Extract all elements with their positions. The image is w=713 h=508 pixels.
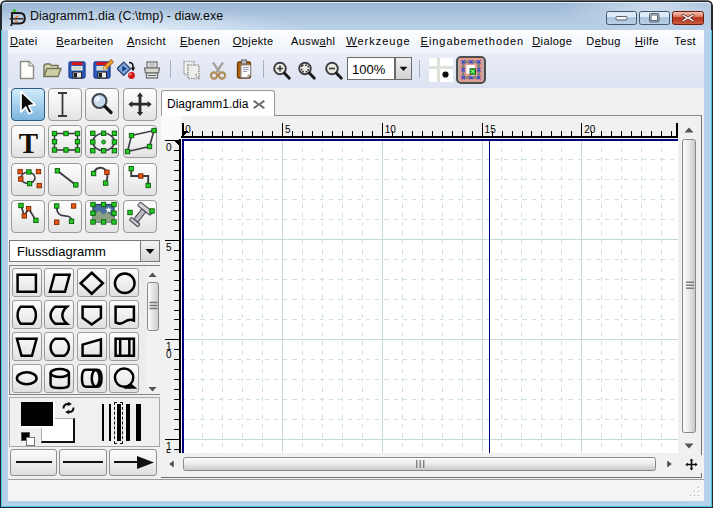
- svg-text:5: 5: [166, 242, 172, 253]
- svg-text:5: 5: [166, 448, 172, 453]
- svg-text:T: T: [18, 127, 37, 159]
- svg-text:0: 0: [166, 142, 172, 153]
- svg-text:0: 0: [166, 349, 172, 360]
- svg-text:20: 20: [584, 124, 596, 135]
- svg-text:10: 10: [385, 124, 397, 135]
- svg-text:5: 5: [285, 124, 291, 135]
- svg-text:15: 15: [485, 124, 497, 135]
